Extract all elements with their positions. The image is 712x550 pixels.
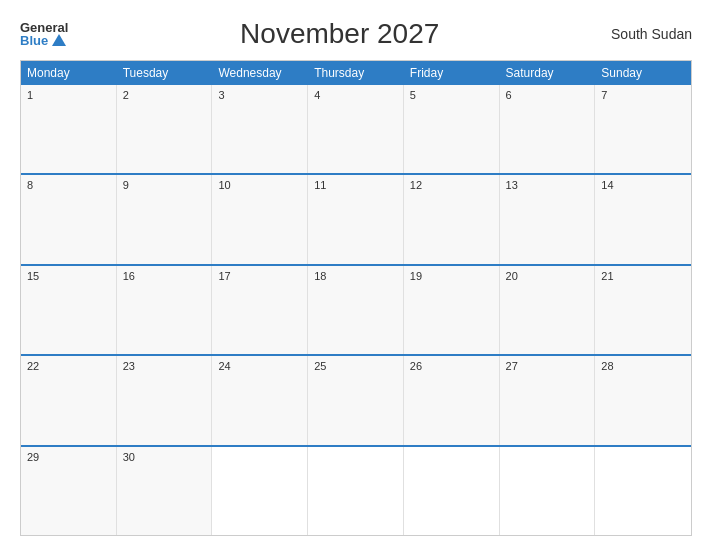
day-cell: 14 [595,175,691,263]
day-cell: 21 [595,266,691,354]
day-cell: 4 [308,85,404,173]
day-cell [500,447,596,535]
day-cell: 24 [212,356,308,444]
day-number: 2 [123,89,129,101]
week-row-1: 1234567 [21,85,691,173]
day-cell: 22 [21,356,117,444]
day-cell: 7 [595,85,691,173]
calendar-title: November 2027 [240,18,439,50]
calendar: MondayTuesdayWednesdayThursdayFridaySatu… [20,60,692,536]
day-number: 7 [601,89,607,101]
logo-blue-row: Blue [20,34,68,47]
day-number: 4 [314,89,320,101]
day-cell [308,447,404,535]
week-row-5: 2930 [21,445,691,535]
day-cell: 20 [500,266,596,354]
day-number: 11 [314,179,326,191]
day-number: 13 [506,179,518,191]
day-header-sunday: Sunday [595,61,691,85]
day-cell: 6 [500,85,596,173]
day-number: 8 [27,179,33,191]
day-cell: 30 [117,447,213,535]
day-number: 17 [218,270,230,282]
day-header-wednesday: Wednesday [212,61,308,85]
day-number: 16 [123,270,135,282]
day-number: 26 [410,360,422,372]
weeks: 1234567891011121314151617181920212223242… [21,85,691,535]
country-label: South Sudan [611,26,692,42]
day-cell [595,447,691,535]
day-number: 10 [218,179,230,191]
day-cell [212,447,308,535]
day-cell: 18 [308,266,404,354]
day-cell: 17 [212,266,308,354]
day-number: 20 [506,270,518,282]
day-number: 12 [410,179,422,191]
day-number: 5 [410,89,416,101]
week-row-3: 15161718192021 [21,264,691,354]
day-header-monday: Monday [21,61,117,85]
day-cell: 2 [117,85,213,173]
day-number: 22 [27,360,39,372]
day-number: 23 [123,360,135,372]
day-cell: 3 [212,85,308,173]
day-cell: 27 [500,356,596,444]
day-number: 25 [314,360,326,372]
day-number: 18 [314,270,326,282]
day-number: 27 [506,360,518,372]
week-row-4: 22232425262728 [21,354,691,444]
day-cell: 10 [212,175,308,263]
day-cell: 19 [404,266,500,354]
day-cell: 25 [308,356,404,444]
day-header-tuesday: Tuesday [117,61,213,85]
day-cell: 15 [21,266,117,354]
day-number: 15 [27,270,39,282]
day-cell: 26 [404,356,500,444]
logo-triangle-icon [52,34,66,46]
day-cell: 12 [404,175,500,263]
day-headers: MondayTuesdayWednesdayThursdayFridaySatu… [21,61,691,85]
week-row-2: 891011121314 [21,173,691,263]
day-cell: 23 [117,356,213,444]
day-number: 1 [27,89,33,101]
day-cell: 13 [500,175,596,263]
header: General Blue November 2027 South Sudan [20,18,692,50]
day-cell: 9 [117,175,213,263]
page: General Blue November 2027 South Sudan M… [0,0,712,550]
day-number: 30 [123,451,135,463]
day-cell: 29 [21,447,117,535]
day-number: 21 [601,270,613,282]
day-header-thursday: Thursday [308,61,404,85]
day-cell: 11 [308,175,404,263]
day-cell: 1 [21,85,117,173]
day-cell: 8 [21,175,117,263]
day-number: 28 [601,360,613,372]
day-number: 24 [218,360,230,372]
day-number: 19 [410,270,422,282]
day-number: 29 [27,451,39,463]
day-cell: 5 [404,85,500,173]
logo-blue-text: Blue [20,34,48,47]
day-number: 3 [218,89,224,101]
day-cell: 28 [595,356,691,444]
day-number: 14 [601,179,613,191]
day-header-friday: Friday [404,61,500,85]
day-number: 9 [123,179,129,191]
day-number: 6 [506,89,512,101]
day-header-saturday: Saturday [500,61,596,85]
logo: General Blue [20,21,68,47]
day-cell [404,447,500,535]
day-cell: 16 [117,266,213,354]
